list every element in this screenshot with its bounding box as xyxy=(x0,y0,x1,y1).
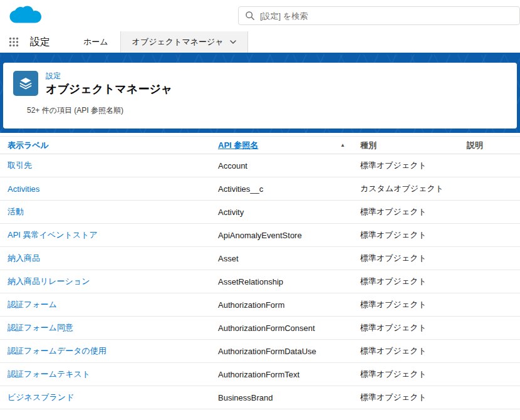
table-row: 取引先Account標準オブジェクト xyxy=(0,154,520,177)
global-search xyxy=(238,6,520,25)
page-title: オブジェクトマネージャ xyxy=(46,83,172,97)
breadcrumb: 設定 xyxy=(46,71,172,81)
object-description xyxy=(459,224,520,247)
column-header-label-link[interactable]: 表示ラベル xyxy=(8,140,49,150)
object-description xyxy=(459,270,520,293)
object-type: 標準オブジェクト xyxy=(353,154,459,177)
page-header-card: 設定 オブジェクトマネージャ 52+ 件の項目 (API 参照名順) xyxy=(3,63,517,129)
object-description xyxy=(459,201,520,224)
object-api-name: Activity xyxy=(211,201,353,224)
app-launcher-icon[interactable] xyxy=(0,31,28,53)
object-api-name: AuthorizationFormDataUse xyxy=(211,340,353,363)
object-label-link[interactable]: API 異常イベントストア xyxy=(8,230,98,239)
global-header xyxy=(0,0,520,31)
table-row: 認証フォームデータの使用AuthorizationFormDataUse標準オブ… xyxy=(0,340,520,363)
object-label-link[interactable]: 認証フォーム同意 xyxy=(8,323,73,332)
object-api-name: AuthorizationFormText xyxy=(211,363,353,386)
table-row: ビジネスブランドBusinessBrand標準オブジェクト xyxy=(0,386,520,409)
table-row: 納入商品リレーションAssetRelationship標準オブジェクト xyxy=(0,270,520,293)
object-description xyxy=(459,177,520,201)
object-table: 表示ラベル API 参照名 ▲ 種別 説明 取引先Account標準オブジェクト… xyxy=(0,136,520,409)
column-header-api-name-link[interactable]: API 参照名 xyxy=(218,140,258,151)
object-type: 標準オブジェクト xyxy=(353,224,459,247)
object-description xyxy=(459,317,520,340)
object-api-name: AssetRelationship xyxy=(211,270,353,293)
object-label-link[interactable]: 認証フォームデータの使用 xyxy=(8,346,107,355)
object-type: 標準オブジェクト xyxy=(353,247,459,270)
sort-ascending-icon: ▲ xyxy=(340,142,345,148)
object-description xyxy=(459,340,520,363)
chevron-down-icon[interactable] xyxy=(230,40,236,44)
object-label-link[interactable]: 認証フォームテキスト xyxy=(8,369,90,379)
object-api-name: BusinessBrand xyxy=(211,386,353,409)
tab-home-label: ホーム xyxy=(83,36,108,48)
object-type: 標準オブジェクト xyxy=(353,201,459,224)
object-description xyxy=(459,154,520,177)
object-description xyxy=(459,293,520,317)
app-name: 設定 xyxy=(28,31,71,53)
item-count: 52+ 件の項目 (API 参照名順) xyxy=(27,105,506,116)
object-label-link[interactable]: 納入商品リレーション xyxy=(8,276,90,286)
column-header-type[interactable]: 種別 xyxy=(353,137,459,154)
object-label-link[interactable]: 取引先 xyxy=(8,160,32,170)
object-api-name: Account xyxy=(211,154,353,177)
table-row: 認証フォームテキストAuthorizationFormText標準オブジェクト xyxy=(0,363,520,386)
table-row: 認証フォーム同意AuthorizationFormConsent標準オブジェクト xyxy=(0,317,520,340)
object-table-container: 表示ラベル API 参照名 ▲ 種別 説明 取引先Account標準オブジェクト… xyxy=(0,133,520,409)
object-label-link[interactable]: 納入商品 xyxy=(8,253,40,263)
column-header-description[interactable]: 説明 xyxy=(459,137,520,154)
column-header-label[interactable]: 表示ラベル xyxy=(0,137,211,154)
table-header-row: 表示ラベル API 参照名 ▲ 種別 説明 xyxy=(0,137,520,154)
search-input[interactable] xyxy=(260,11,513,21)
object-type: 標準オブジェクト xyxy=(353,270,459,293)
object-type: 標準オブジェクト xyxy=(353,363,459,386)
object-description xyxy=(459,363,520,386)
tab-home[interactable]: ホーム xyxy=(71,31,120,53)
search-icon xyxy=(245,11,255,21)
object-table-body: 取引先Account標準オブジェクトActivitiesActivities__… xyxy=(0,154,520,409)
object-manager-icon xyxy=(13,71,38,96)
object-label-link[interactable]: 認証フォーム xyxy=(8,300,57,309)
table-row: ActivitiesActivities__cカスタムオブジェクト xyxy=(0,177,520,201)
object-api-name: AuthorizationFormConsent xyxy=(211,317,353,340)
setup-nav-bar: 設定 ホーム オブジェクトマネージャ xyxy=(0,31,520,55)
object-description xyxy=(459,247,520,270)
object-type: 標準オブジェクト xyxy=(353,386,459,409)
table-row: API 異常イベントストアApiAnomalyEventStore標準オブジェク… xyxy=(0,224,520,247)
setup-banner: 設定 オブジェクトマネージャ 52+ 件の項目 (API 参照名順) xyxy=(0,55,520,133)
object-type: 標準オブジェクト xyxy=(353,317,459,340)
object-api-name: ApiAnomalyEventStore xyxy=(211,224,353,247)
table-row: 納入商品Asset標準オブジェクト xyxy=(0,247,520,270)
object-label-link[interactable]: Activities xyxy=(8,184,39,194)
tab-object-manager-label: オブジェクトマネージャ xyxy=(132,36,224,48)
object-type: カスタムオブジェクト xyxy=(353,177,459,201)
object-label-link[interactable]: ビジネスブランド xyxy=(8,392,74,402)
salesforce-logo-icon xyxy=(9,4,43,28)
object-type: 標準オブジェクト xyxy=(353,340,459,363)
tab-object-manager[interactable]: オブジェクトマネージャ xyxy=(120,31,248,53)
table-row: 認証フォームAuthorizationForm標準オブジェクト xyxy=(0,293,520,317)
table-row: 活動Activity標準オブジェクト xyxy=(0,201,520,224)
object-api-name: Activities__c xyxy=(211,177,353,201)
object-label-link[interactable]: 活動 xyxy=(8,207,24,216)
object-api-name: Asset xyxy=(211,247,353,270)
object-type: 標準オブジェクト xyxy=(353,293,459,317)
object-description xyxy=(459,386,520,409)
object-api-name: AuthorizationForm xyxy=(211,293,353,317)
column-header-api-name[interactable]: API 参照名 ▲ xyxy=(211,137,353,154)
